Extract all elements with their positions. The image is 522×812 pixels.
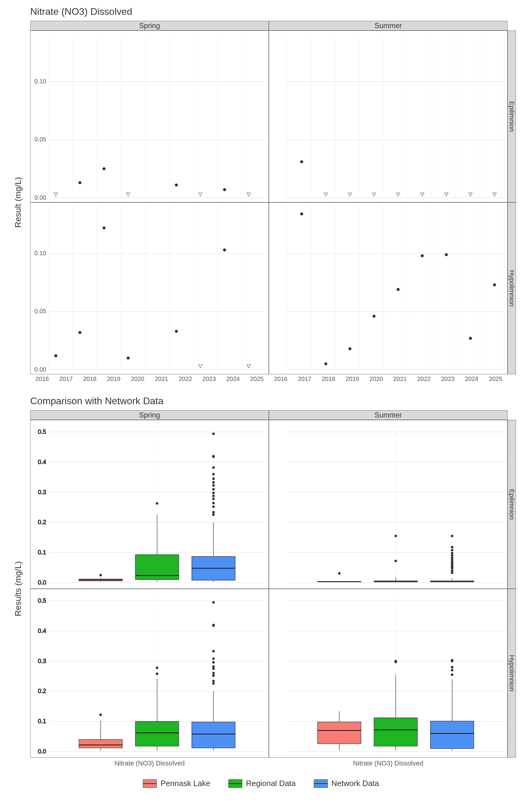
panel-summer-hypo — [269, 202, 507, 374]
svg-point-195 — [213, 624, 215, 626]
svg-point-222 — [451, 659, 453, 661]
svg-point-54 — [175, 330, 178, 333]
scatter-xaxis-summer: 2016201720182019202020212022202320242025 — [269, 374, 507, 383]
legend-swatch-network — [314, 779, 328, 788]
svg-text:0.2: 0.2 — [38, 519, 46, 525]
facet-col-spring: Spring — [30, 21, 269, 31]
facet-row-epi: Epilimnion — [507, 31, 516, 202]
svg-point-152 — [451, 555, 453, 557]
svg-point-119 — [213, 455, 215, 457]
box-panel-spring-epi: 0.00.10.20.30.40.5 — [30, 420, 269, 589]
svg-text:0.10: 0.10 — [35, 250, 46, 257]
box-facet-row-epi: Epilimnion — [507, 420, 516, 589]
svg-point-108 — [213, 502, 215, 504]
svg-point-100 — [156, 502, 158, 505]
svg-point-120 — [213, 433, 215, 435]
legend-item-network: Network Data — [314, 779, 379, 788]
svg-point-213 — [395, 660, 397, 662]
svg-point-33 — [300, 160, 303, 163]
legend-item-pennask: Pennask Lake — [143, 779, 210, 788]
svg-text:0.00: 0.00 — [35, 366, 46, 373]
svg-point-151 — [451, 557, 453, 559]
svg-rect-177 — [135, 722, 179, 746]
svg-point-115 — [213, 478, 215, 480]
svg-point-95 — [100, 574, 102, 576]
svg-point-55 — [223, 249, 226, 252]
svg-point-73 — [397, 288, 400, 291]
svg-point-150 — [451, 559, 453, 561]
svg-point-51 — [79, 331, 82, 334]
svg-text:0.05: 0.05 — [35, 136, 46, 143]
svg-rect-206 — [318, 722, 361, 744]
svg-point-180 — [156, 667, 158, 669]
svg-point-113 — [213, 484, 215, 486]
svg-point-155 — [451, 546, 453, 548]
svg-point-193 — [213, 650, 215, 652]
svg-text:0.5: 0.5 — [38, 597, 46, 604]
svg-text:0.05: 0.05 — [35, 308, 46, 314]
svg-point-117 — [213, 466, 215, 469]
svg-rect-210 — [374, 718, 418, 746]
svg-text:0.4: 0.4 — [38, 627, 46, 634]
svg-text:0.2: 0.2 — [38, 688, 46, 694]
svg-point-218 — [451, 674, 453, 676]
svg-point-219 — [451, 669, 453, 671]
svg-point-72 — [373, 315, 376, 318]
svg-point-106 — [213, 511, 215, 513]
svg-text:0.0: 0.0 — [38, 579, 46, 586]
svg-rect-216 — [430, 721, 474, 749]
box-panel-summer-hypo — [269, 589, 507, 758]
svg-point-153 — [451, 552, 453, 554]
svg-point-132 — [338, 572, 340, 574]
svg-point-71 — [348, 347, 351, 350]
svg-point-188 — [213, 672, 215, 674]
box-panel-spring-hypo: 0.00.10.20.30.40.5 — [30, 589, 269, 758]
panel-spring-epi: 0.000.050.10 — [30, 31, 269, 202]
svg-point-185 — [213, 683, 215, 685]
svg-point-187 — [213, 674, 215, 677]
legend: Pennask Lake Regional Data Network Data — [6, 779, 516, 788]
svg-point-114 — [213, 481, 215, 483]
svg-point-107 — [213, 506, 215, 508]
panel-summer-epi — [269, 31, 507, 202]
facet-col-summer: Summer — [269, 21, 507, 31]
svg-point-110 — [213, 495, 215, 497]
box-panel-summer-epi — [269, 420, 507, 589]
svg-point-189 — [213, 668, 215, 670]
svg-point-70 — [324, 363, 327, 366]
box-grid: Spring Summer Results (mg/L) 0.00.10.20.… — [6, 410, 516, 767]
legend-item-regional: Regional Data — [228, 779, 296, 788]
svg-text:0.0: 0.0 — [38, 748, 46, 755]
svg-point-69 — [300, 212, 303, 216]
box-ylabel: Results (mg/L) — [6, 420, 30, 758]
svg-point-149 — [451, 561, 453, 563]
svg-point-75 — [445, 253, 448, 256]
svg-point-50 — [54, 354, 57, 357]
svg-point-179 — [156, 673, 158, 675]
svg-point-220 — [451, 666, 453, 668]
svg-point-16 — [79, 181, 82, 184]
svg-point-17 — [102, 167, 105, 170]
svg-point-76 — [469, 337, 472, 340]
svg-rect-98 — [135, 555, 179, 580]
box-xaxis-summer: Nitrate (NO3) Dissolved — [269, 758, 507, 767]
svg-point-144 — [451, 569, 453, 571]
svg-point-109 — [213, 498, 215, 500]
svg-point-18 — [175, 184, 178, 187]
facet-row-hypo: Hypolimnion — [507, 202, 516, 374]
svg-text:0.10: 0.10 — [35, 78, 46, 85]
scatter-xaxis-spring: 2016201720182019202020212022202320242025 — [30, 374, 269, 383]
svg-text:0.1: 0.1 — [38, 718, 46, 725]
svg-point-186 — [213, 680, 215, 682]
svg-point-174 — [100, 714, 102, 716]
svg-point-116 — [213, 473, 215, 475]
svg-rect-172 — [79, 739, 122, 748]
box-facet-col-summer: Summer — [269, 410, 507, 420]
svg-text:0.3: 0.3 — [38, 658, 46, 664]
svg-point-53 — [126, 357, 129, 360]
svg-point-77 — [493, 283, 496, 286]
svg-text:0.5: 0.5 — [38, 428, 46, 435]
svg-point-192 — [213, 658, 215, 660]
svg-point-156 — [451, 535, 453, 537]
scatter-ylabel: Result (mg/L) — [6, 31, 30, 374]
